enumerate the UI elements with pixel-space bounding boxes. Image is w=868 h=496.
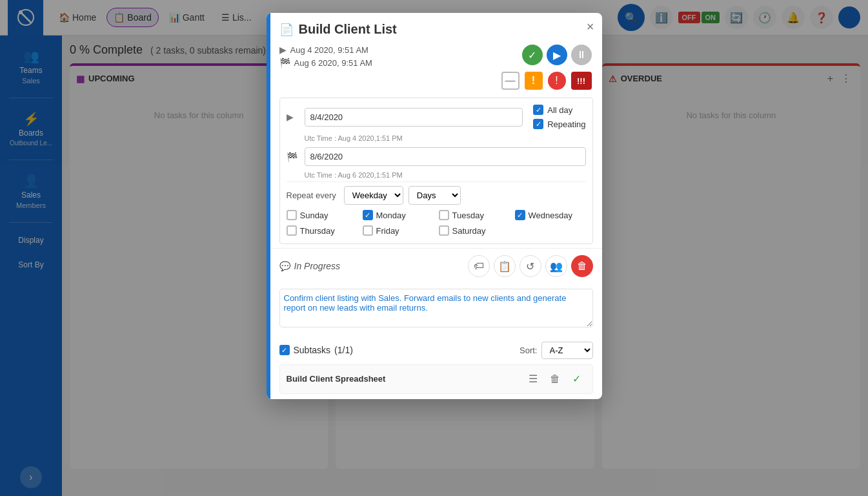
start-date-input[interactable] [305,108,523,127]
days-of-week-grid: Sunday ✓ Monday Tuesday ✓ [287,210,586,236]
subtasks-label: Subtasks [294,345,331,355]
wednesday-label: Wednesday [529,211,572,220]
modal-close-button[interactable]: × [587,19,594,34]
day-saturday: Saturday [439,225,510,236]
end-date-field-row: 🏁 [287,147,586,166]
start-utc-text: Utc Time : Aug 4 2020,1:51 PM [305,134,586,142]
sort-select[interactable]: A-Z Z-A Date [541,342,593,359]
friday-label: Friday [376,226,399,236]
modal-title-row: 📄 Build Client List [270,13,602,41]
history-button[interactable]: ↺ [520,255,541,277]
saturday-label: Saturday [452,226,486,236]
end-date-line: 🏁 Aug 6 2020, 9:51 AM [279,57,512,68]
thursday-checkbox[interactable] [287,225,297,236]
tuesday-label: Tuesday [452,211,484,220]
subtasks-checkbox[interactable]: ✓ [279,345,290,355]
day-sunday: Sunday [287,210,358,220]
modal-description-section: Confirm client listing with Sales. Forwa… [270,284,602,336]
start-date-field-row: ▶ ✓ All day ✓ Repeating [287,105,586,129]
end-utc-text: Utc Time : Aug 6 2020,1:51 PM [305,171,586,179]
repeat-every-row: Repeat every Weekday Daily Weekly Monthl… [287,186,586,205]
start-date-icon: ▶ [279,45,287,55]
day-monday: ✓ Monday [363,210,434,220]
repeat-interval-select[interactable]: Weekday Daily Weekly Monthly [344,186,403,205]
monday-checkbox[interactable]: ✓ [363,210,373,220]
task-modal: × 📄 Build Client List ▶ Aug 4 2020, 9:51… [267,13,602,399]
sunday-label: Sunday [300,211,328,220]
sunday-checkbox[interactable] [287,210,297,220]
sort-label: Sort: [520,346,537,355]
day-tuesday: Tuesday [439,210,510,220]
modal-title: Build Client List [299,22,397,37]
thursday-label: Thursday [300,226,335,236]
end-date-input-wrap [305,147,586,166]
subtask-delete-button[interactable]: 🗑 [546,370,564,388]
subtask-complete-button[interactable]: ✓ [568,370,586,388]
subtask-actions: ☰ 🗑 ✓ [524,370,586,388]
play-button[interactable]: ▶ [547,45,567,65]
subtasks-section: ✓ Subtasks (1/1) Sort: A-Z Z-A Date [270,336,602,399]
subtasks-header: ✓ Subtasks (1/1) Sort: A-Z Z-A Date [279,342,593,359]
modal-overlay: × 📄 Build Client List ▶ Aug 4 2020, 9:51… [0,0,868,496]
friday-checkbox[interactable] [363,225,373,236]
allday-checkbox-label[interactable]: ✓ All day [533,105,585,115]
priority-low-button[interactable]: ! [525,72,543,90]
day-friday: Friday [363,225,434,236]
modal-schedule-section: ▶ ✓ All day ✓ Repeating [279,98,593,244]
status-wrap: 💬 In Progress [279,261,341,271]
description-textarea[interactable]: Confirm client listing with Sales. Forwa… [279,289,593,327]
end-date-value: Aug 6 2020, 9:51 AM [294,58,372,68]
repeating-checkbox-label[interactable]: ✓ Repeating [533,119,585,129]
modal-tools: 🏷 📋 ↺ 👥 🗑 [468,255,593,277]
complete-button[interactable]: ✓ [522,45,543,65]
priority-none-button[interactable]: — [501,72,520,90]
priority-urgent-button[interactable]: !!! [571,72,592,90]
pause-button[interactable]: ⏸ [571,45,592,65]
modal-content: 📄 Build Client List ▶ Aug 4 2020, 9:51 A… [270,13,602,399]
status-icon: 💬 [279,261,290,271]
priority-row: — ! ! !!! [270,72,602,94]
subtask-detail-button[interactable]: ☰ [524,370,542,388]
subtasks-count: (1/1) [334,345,353,355]
tuesday-checkbox[interactable] [439,210,449,220]
start-date-input-wrap [305,108,523,127]
start-field-icon: ▶ [287,112,299,122]
modal-accent-wrapper: 📄 Build Client List ▶ Aug 4 2020, 9:51 A… [267,13,602,399]
day-wednesday: ✓ Wednesday [515,210,586,220]
wednesday-checkbox[interactable]: ✓ [515,210,525,220]
start-date-line: ▶ Aug 4 2020, 9:51 AM [279,45,512,55]
repeat-period-select[interactable]: Days Weeks Months [409,186,461,205]
end-date-icon: 🏁 [279,57,290,68]
modal-title-icon: 📄 [279,23,294,37]
delete-button[interactable]: 🗑 [571,255,593,277]
sort-wrap: Sort: A-Z Z-A Date [520,342,592,359]
day-thursday: Thursday [287,225,358,236]
subtask-name: Build Client Spreadsheet [287,374,386,384]
allday-repeat-row: ✓ All day ✓ Repeating [528,105,585,129]
saturday-checkbox[interactable] [439,225,449,236]
modal-status-row: 💬 In Progress 🏷 📋 ↺ 👥 🗑 [270,248,602,284]
modal-action-buttons: ✓ ▶ ⏸ [522,45,592,65]
notes-button[interactable]: 📋 [494,255,516,277]
members-button[interactable]: 👥 [545,255,567,277]
repeat-section: Repeat every Weekday Daily Weekly Monthl… [287,181,586,237]
monday-label: Monday [376,211,406,220]
allday-label: All day [547,105,572,115]
allday-checkbox[interactable]: ✓ [533,105,543,115]
modal-dates-left: ▶ Aug 4 2020, 9:51 AM 🏁 Aug 6 2020, 9:51… [279,45,512,68]
status-text: In Progress [294,261,341,271]
priority-high-button[interactable]: ! [548,72,566,90]
subtasks-title: ✓ Subtasks (1/1) [279,345,353,355]
repeating-label: Repeating [547,119,585,129]
end-field-icon: 🏁 [287,152,299,162]
tag-button[interactable]: 🏷 [468,255,490,277]
repeat-every-label: Repeat every [287,191,336,200]
start-date-value: Aug 4 2020, 9:51 AM [290,45,368,55]
end-date-input[interactable] [305,147,586,166]
list-item: Build Client Spreadsheet ☰ 🗑 ✓ [279,364,593,394]
modal-dates-row: ▶ Aug 4 2020, 9:51 AM 🏁 Aug 6 2020, 9:51… [270,41,602,72]
repeating-checkbox[interactable]: ✓ [533,119,543,129]
